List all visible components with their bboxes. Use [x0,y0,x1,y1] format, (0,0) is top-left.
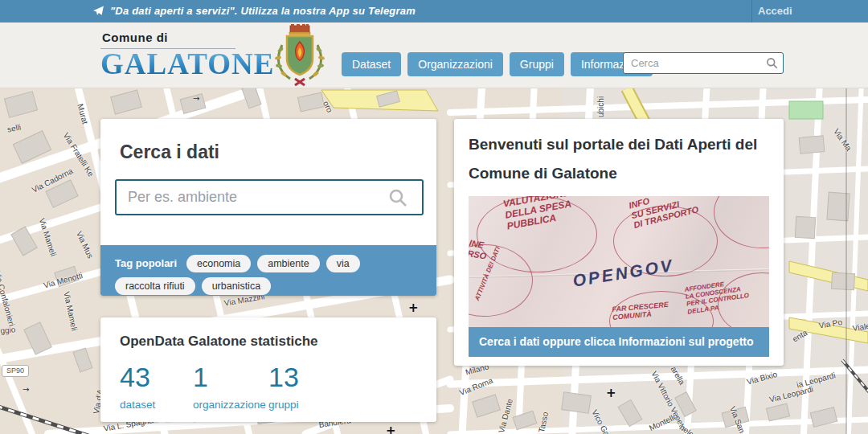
stats-title: OpenData Galatone statistiche [120,334,417,350]
stats-row: 43 dataset 1 organizzazione 13 gruppi [120,362,417,411]
map-street-label: enta [791,328,809,343]
dataset-search-input[interactable] [115,179,424,215]
stats-card: OpenData Galatone statistiche 43 dataset… [100,317,436,422]
map-street-label: selli [6,122,22,133]
stat-groups: 13 gruppi [268,362,299,411]
welcome-title: Benvenuti sul portale dei Dati Aperti de… [469,130,769,188]
map-street-label: Via Dante [497,398,514,434]
popular-tags-band: Tag popolarieconomiaambienteviaraccolta … [100,245,436,296]
map-street-label: Via Po [818,317,843,330]
stat-datasets-label: dataset [120,399,193,411]
topbar-message: "Da dati aperti a servizi". Utilizza la … [110,5,416,17]
nav-button-gruppi[interactable]: Gruppi [510,52,564,76]
tags-label: Tag popolari [115,254,177,273]
logo-line1: Comune di [100,31,235,49]
tag-pill-via[interactable]: via [326,255,360,272]
welcome-card: Benvenuti sul portale dei Dati Aperti de… [454,119,784,366]
search-icon[interactable] [766,57,778,69]
stat-organizations-value: 1 [193,362,268,392]
tag-pill-economia[interactable]: economia [186,255,251,272]
telegram-icon [92,6,104,17]
stat-datasets-value: 43 [120,362,193,392]
photo-caption-bar: Cerca i dati oppure clicca Informazioni … [469,327,769,357]
welcome-photo: VALUTAZIONE DELLA SPESA PUBBLICAINFO SU … [469,196,769,327]
map-street-label: Via Leopardi [768,384,814,403]
map-street-label: Via Ma [832,127,854,153]
topbar: "Da dati aperti a servizi". Utilizza la … [0,0,868,23]
map-street-label: Via Mameli [38,217,59,257]
logo-line2: GALATONE [100,49,274,80]
main-nav: Dataset Organizzazioni Gruppi Informazio… [342,52,653,76]
photo-caption-text: Cerca i dati oppure clicca Informazioni … [479,335,754,348]
map-street-label: Vico Gar [590,408,612,434]
tag-pill-ambiente[interactable]: ambiente [257,255,319,272]
tag-pill-urbanistica[interactable]: urbanistica [202,277,271,295]
map-street-label: ggio [0,325,16,335]
stat-organizations-label: organizzazione [193,399,268,411]
coat-of-arms-icon [271,24,329,88]
page: + + + → ↑ → MuratselliVia Fratelli KeVia… [0,0,868,434]
site-logo[interactable]: Comune di GALATONE [100,31,274,80]
map-street-label: Via Mameli [62,291,79,331]
search-card: Cerca i dati Tag popolarieconomiaambient… [100,119,436,296]
stat-datasets: 43 dataset [120,362,193,411]
scribble-bubble [714,196,769,248]
topbar-divider [751,0,752,23]
map-street-label: Viale [852,321,868,333]
tag-pill-raccolta-rifiuti[interactable]: raccolta rifiuti [115,277,195,295]
map-street-label: Via Mus [75,230,95,260]
welcome-figure: VALUTAZIONE DELLA SPESA PUBBLICAINFO SU … [469,196,769,357]
map-street-label: Via Confalonieri [0,270,16,327]
stat-groups-value: 13 [268,362,299,392]
search-icon[interactable] [388,188,407,207]
map-street-label: ubichi [596,96,605,117]
map-street-label: Via Bixio [746,370,778,387]
map-street-label: Via Cadorna [31,166,74,194]
map-street-label: Via Menotti [43,271,84,290]
map-street-label: Via Roma [458,376,494,398]
map-street-label: Via San [728,405,747,434]
map-street-label: Tasso [537,411,550,433]
login-link[interactable]: Accedi [758,5,792,17]
header: Comune di GALATONE [0,23,868,88]
nav-button-organizzazioni[interactable]: Organizzazioni [407,52,503,76]
search-card-title: Cerca i dati [120,141,424,163]
nav-button-dataset[interactable]: Dataset [342,52,401,76]
header-search [623,52,784,74]
header-search-input[interactable] [623,52,784,74]
stat-groups-label: gruppi [268,399,299,411]
map-street-label: oro [321,100,334,114]
stat-organizations: 1 organizzazione [193,362,268,411]
photo-scribble-text: INE RSO [469,238,489,261]
map-area: + + + → ↑ → MuratselliVia Fratelli KeVia… [0,88,868,434]
road-badge-sp90: SP90 [2,365,29,377]
map-street-label: Murat [76,103,89,125]
map-street-label: arella [669,365,686,387]
map-street-label: Montello [648,411,679,432]
